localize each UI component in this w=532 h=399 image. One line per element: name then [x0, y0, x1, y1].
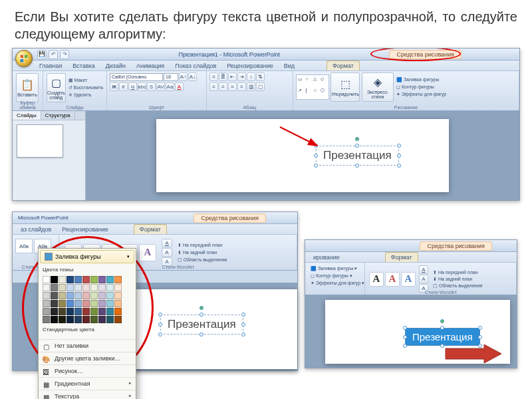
resize-handle[interactable]	[403, 326, 407, 330]
wordart-style[interactable]: А	[369, 272, 384, 287]
color-swatch[interactable]	[74, 300, 82, 307]
color-swatch[interactable]	[66, 284, 74, 291]
contextual-tab-drawing-tools-3[interactable]: Средства рисования	[420, 241, 492, 251]
color-swatch[interactable]	[82, 292, 90, 299]
resize-handle[interactable]	[200, 332, 203, 336]
color-swatch[interactable]	[90, 316, 98, 323]
shape-fill-button-3[interactable]: 🟦 Заливка фигуры ▾	[309, 265, 360, 272]
color-swatch[interactable]	[98, 308, 106, 315]
tab-format-2[interactable]: Формат	[134, 224, 167, 234]
shape-effects-button[interactable]: ✦ Эффекты для фигур	[395, 91, 448, 98]
color-swatch[interactable]	[98, 276, 106, 283]
more-colors-item[interactable]: 🎨Другие цвета заливки…	[39, 352, 136, 364]
color-swatch[interactable]	[106, 284, 114, 291]
color-swatch[interactable]	[114, 300, 122, 307]
color-swatch[interactable]	[90, 292, 98, 299]
qat-undo-icon[interactable]: ↶	[49, 50, 58, 59]
text-outline-icon[interactable]: A	[162, 248, 172, 257]
resize-handle[interactable]	[200, 313, 203, 317]
color-swatch[interactable]	[43, 284, 50, 291]
resize-handle[interactable]	[478, 326, 482, 330]
qat-save-icon[interactable]: 💾	[37, 50, 47, 59]
color-swatch[interactable]	[51, 284, 58, 291]
qat-redo-icon[interactable]: ↷	[60, 50, 69, 59]
resize-handle[interactable]	[440, 326, 444, 330]
picture-fill-item[interactable]: 🖼Рисунок…	[39, 364, 136, 377]
text-direction-icon[interactable]: ⇅	[256, 72, 265, 81]
color-swatch[interactable]	[114, 308, 122, 315]
color-swatch[interactable]	[114, 284, 122, 291]
text-outline-icon[interactable]: A	[419, 275, 428, 283]
slide-canvas[interactable]: Презентация	[156, 119, 449, 192]
shape-fill-header[interactable]: Заливка фигуры ▾	[40, 250, 134, 263]
convert-smartart-icon[interactable]: ▢	[256, 82, 265, 91]
color-swatch[interactable]	[74, 276, 82, 283]
color-swatch[interactable]	[59, 292, 66, 299]
color-swatch[interactable]	[98, 284, 106, 291]
color-swatch[interactable]	[43, 276, 50, 283]
textbox-selected-2[interactable]: Презентация	[160, 315, 243, 334]
send-back-button[interactable]: ⬇ На задний план	[176, 249, 228, 256]
texture-fill-item[interactable]: ▩Текстура▸	[39, 390, 136, 399]
shape-outline-button-3[interactable]: ◻ Контур фигуры ▾	[309, 273, 360, 279]
color-swatch[interactable]	[66, 308, 74, 315]
text-fill-icon[interactable]: A	[162, 239, 172, 247]
bring-front-button-3[interactable]: ⬆ На передний план	[432, 269, 483, 276]
tab-slideshow[interactable]: Показ слайдов	[170, 61, 221, 70]
slide-thumbnail[interactable]	[17, 124, 63, 158]
rotate-handle[interactable]	[200, 306, 203, 310]
color-swatch[interactable]	[43, 300, 50, 307]
font-name-combo[interactable]: Calibri (Основно	[110, 73, 163, 81]
tab-review[interactable]: Рецензирование	[221, 61, 279, 70]
tab-design[interactable]: Дизайн	[100, 61, 131, 70]
tab-animation[interactable]: Анимация	[131, 61, 170, 70]
shadow-icon[interactable]: S	[147, 82, 156, 91]
color-swatch[interactable]	[90, 308, 98, 315]
color-swatch[interactable]	[90, 300, 98, 307]
align-right-icon[interactable]: ≡	[228, 82, 237, 91]
bold-icon[interactable]: Ж	[110, 82, 118, 91]
color-swatch[interactable]	[106, 292, 114, 299]
color-swatch[interactable]	[106, 276, 114, 283]
color-swatch[interactable]	[82, 308, 90, 315]
shapes-gallery[interactable]: ▭○△◇ ↗{☆⬡	[296, 74, 329, 100]
align-left-icon[interactable]: ≡	[209, 82, 218, 91]
color-swatch[interactable]	[114, 276, 122, 283]
paste-button[interactable]: 📋Вставить	[16, 73, 39, 102]
color-swatch[interactable]	[59, 308, 66, 315]
tab-slideshow-2[interactable]: аз слайдов	[15, 225, 57, 234]
reset-button[interactable]: ↺ Восстановить	[67, 84, 105, 91]
color-swatch[interactable]	[114, 292, 122, 299]
selection-pane-button[interactable]: ▢ Область выделения	[176, 257, 228, 263]
resize-handle[interactable]	[397, 164, 401, 168]
text-fill-icon[interactable]: A	[419, 265, 428, 274]
color-swatch[interactable]	[66, 292, 74, 299]
office-button[interactable]	[15, 50, 33, 67]
textbox-filled[interactable]: Презентация	[405, 328, 480, 346]
strike-icon[interactable]: abc	[138, 82, 146, 91]
underline-icon[interactable]: Ч	[128, 82, 137, 91]
color-swatch[interactable]	[82, 316, 90, 323]
color-swatch[interactable]	[51, 292, 58, 299]
columns-icon[interactable]: ▥	[247, 82, 255, 91]
contextual-tab-drawing-tools-2[interactable]: Средства рисования	[194, 213, 266, 223]
tab-outline[interactable]: Структура	[41, 111, 75, 120]
quick-styles-button[interactable]: ◈Экспресс-стили	[362, 72, 394, 102]
resize-handle[interactable]	[355, 164, 359, 168]
contextual-tab-drawing-tools[interactable]: Средства рисования	[389, 50, 462, 59]
resize-handle[interactable]	[403, 344, 407, 348]
resize-handle[interactable]	[478, 335, 482, 339]
selection-pane-button-3[interactable]: ▢ Область выделения	[432, 283, 483, 289]
font-size-combo[interactable]: 18	[164, 73, 178, 81]
color-swatch[interactable]	[90, 276, 98, 283]
spacing-icon[interactable]: AV	[156, 82, 165, 91]
shape-effects-button-3[interactable]: ✦ Эффекты для фигур ▾	[309, 280, 360, 287]
arrange-button[interactable]: ⬚Упорядочить	[331, 72, 360, 102]
color-swatch[interactable]	[51, 300, 58, 307]
resize-handle[interactable]	[355, 144, 359, 148]
no-fill-item[interactable]: ▢Нет заливки	[39, 339, 136, 352]
new-slide-button[interactable]: ▢Создать слайд	[47, 73, 66, 102]
color-swatch[interactable]	[82, 300, 90, 307]
shrink-font-icon[interactable]: A↓	[188, 72, 197, 81]
color-swatch[interactable]	[66, 300, 74, 307]
